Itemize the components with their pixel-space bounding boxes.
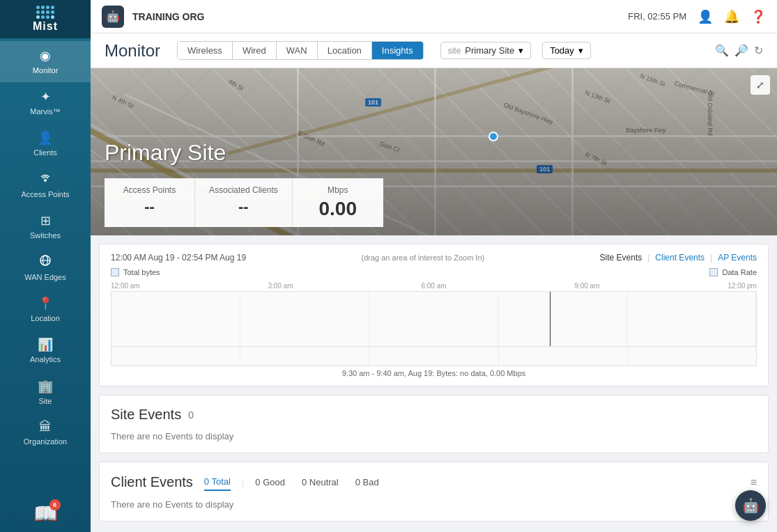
chart-grid[interactable] bbox=[111, 291, 757, 347]
bell-icon[interactable]: 🔔 bbox=[724, 9, 739, 24]
legend-box-left bbox=[111, 268, 119, 276]
sidebar-item-label: Site bbox=[39, 397, 52, 406]
refresh-icon[interactable]: ↻ bbox=[754, 44, 763, 57]
sidebar-item-marvis[interactable]: ✦ Marvis™ bbox=[0, 82, 91, 123]
fullscreen-button[interactable]: ⤢ bbox=[751, 75, 770, 95]
sidebar: Mist ◉ Monitor ✦ Marvis™ 👤 Clients Acces… bbox=[0, 0, 91, 532]
tab-wireless[interactable]: Wireless bbox=[178, 42, 233, 59]
clients-icon: 👤 bbox=[38, 130, 53, 146]
topbar-logo: 🤖 bbox=[102, 6, 124, 28]
sidebar-item-clients[interactable]: 👤 Clients bbox=[0, 123, 91, 164]
wan-icon bbox=[39, 254, 52, 270]
chart-time-range: 12:00 AM Aug 19 - 02:54 PM Aug 19 bbox=[111, 253, 246, 263]
stats-cards: Access Points -- Associated Clients -- M… bbox=[105, 178, 383, 227]
sidebar-item-label: Location bbox=[31, 314, 60, 323]
date-range-label: Today bbox=[550, 45, 574, 56]
sidebar-item-label: Monitor bbox=[33, 66, 59, 75]
chart-labels-top: 12:00 am 3:00 am 6:00 am 9:00 am 12:00 p… bbox=[111, 282, 757, 290]
chart-link-ap-events[interactable]: AP Events bbox=[718, 253, 757, 263]
client-events-empty: There are no Events to display bbox=[111, 499, 757, 510]
client-tab-neutral[interactable]: 0 Neutral bbox=[302, 477, 339, 487]
monitor-icon: ◉ bbox=[40, 48, 51, 63]
topbar-right: FRI, 02:55 PM 👤 🔔 ❓ bbox=[628, 9, 766, 24]
marvis-icon: ✦ bbox=[40, 89, 51, 104]
page-title: Monitor bbox=[105, 41, 160, 61]
client-tab-total[interactable]: 0 Total bbox=[204, 474, 231, 491]
site-label: site bbox=[448, 46, 461, 56]
site-selector[interactable]: site Primary Site ▾ bbox=[440, 42, 531, 59]
chat-icon: 🤖 bbox=[742, 497, 760, 514]
svg-point-0 bbox=[44, 179, 47, 182]
main-content: 🤖 TRAINING ORG FRI, 02:55 PM 👤 🔔 ❓ Monit… bbox=[91, 0, 777, 532]
tab-location[interactable]: Location bbox=[318, 42, 372, 59]
user-icon[interactable]: 👤 bbox=[698, 9, 713, 24]
client-events-title: Client Events bbox=[111, 474, 193, 490]
site-name: Primary Site bbox=[465, 45, 514, 56]
sidebar-item-label: Access Points bbox=[21, 190, 69, 199]
site-events-title: Site Events bbox=[111, 407, 181, 423]
tab-wan[interactable]: WAN bbox=[277, 42, 318, 59]
tab-group: Wireless Wired WAN Location Insights bbox=[177, 41, 424, 60]
page-body: 101 101 4th St Old Bayshore Hwy N 13th S… bbox=[91, 68, 777, 532]
site-events-header: Site Events 0 bbox=[111, 407, 757, 423]
sidebar-item-location[interactable]: 📍 Location bbox=[0, 289, 91, 330]
chart-links: Site Events | Client Events | AP Events bbox=[600, 253, 757, 263]
chart-link-site-events[interactable]: Site Events bbox=[600, 253, 643, 263]
sidebar-nav: ◉ Monitor ✦ Marvis™ 👤 Clients Access Poi… bbox=[0, 38, 91, 495]
site-events-count: 0 bbox=[188, 409, 194, 421]
help-icon[interactable]: ❓ bbox=[751, 9, 766, 24]
sidebar-item-label: Organization bbox=[24, 437, 67, 446]
stat-card-clients: Associated Clients -- bbox=[195, 178, 293, 227]
chart-legend-right: Data Rate bbox=[709, 268, 757, 276]
sidebar-item-wan-edges[interactable]: WAN Edges bbox=[0, 247, 91, 289]
sidebar-bottom: 📖 6 bbox=[26, 495, 65, 532]
tab-insights[interactable]: Insights bbox=[372, 42, 423, 59]
client-events-header: Client Events 0 Total | 0 Good 0 Neutral… bbox=[111, 474, 757, 491]
sidebar-item-analytics[interactable]: 📊 Analytics bbox=[0, 330, 91, 371]
filter-icon[interactable]: ≡ bbox=[751, 476, 757, 489]
time-label-3: 9:00 am bbox=[574, 282, 599, 290]
map-title: Primary Site bbox=[105, 140, 226, 166]
time-label-2: 6:00 am bbox=[421, 282, 446, 290]
chart-link-client-events[interactable]: Client Events bbox=[655, 253, 705, 263]
sidebar-item-access-points[interactable]: Access Points bbox=[0, 165, 91, 206]
tab-wired[interactable]: Wired bbox=[233, 42, 277, 59]
client-tab-bad[interactable]: 0 Bad bbox=[355, 477, 379, 487]
sidebar-item-label: Switches bbox=[30, 231, 61, 240]
legend-box-right bbox=[709, 268, 718, 276]
badge-count: 6 bbox=[49, 499, 61, 510]
notification-badge[interactable]: 📖 6 bbox=[33, 502, 58, 525]
sidebar-item-label: Marvis™ bbox=[30, 107, 60, 116]
sidebar-item-organization[interactable]: 🏛 Organization bbox=[0, 413, 91, 453]
time-label-0: 12:00 am bbox=[111, 282, 140, 290]
client-tab-good[interactable]: 0 Good bbox=[255, 477, 285, 487]
sidebar-item-label: Clients bbox=[33, 148, 57, 157]
location-icon: 📍 bbox=[38, 296, 53, 311]
sidebar-item-switches[interactable]: ⊞ Switches bbox=[0, 206, 91, 247]
chart-status-text: 9:30 am - 9:40 am, Aug 19: Bytes: no dat… bbox=[111, 369, 757, 377]
chat-widget[interactable]: 🤖 bbox=[735, 490, 766, 521]
time-label-1: 3:00 am bbox=[268, 282, 293, 290]
topbar: 🤖 TRAINING ORG FRI, 02:55 PM 👤 🔔 ❓ bbox=[91, 0, 777, 33]
stat-mbps-value: 0.00 bbox=[307, 198, 369, 220]
sidebar-item-label: Analytics bbox=[30, 355, 61, 364]
legend-left-label: Total bytes bbox=[123, 268, 160, 276]
chart-header: 12:00 AM Aug 19 - 02:54 PM Aug 19 (drag … bbox=[111, 253, 757, 263]
zoom-out-icon[interactable]: 🔍 bbox=[715, 44, 729, 57]
zoom-in-icon[interactable]: 🔎 bbox=[734, 44, 748, 57]
chart-legend-left: Total bytes bbox=[111, 268, 160, 276]
legend-right-label: Data Rate bbox=[722, 268, 757, 276]
sidebar-item-site[interactable]: 🏢 Site bbox=[0, 372, 91, 413]
site-icon: 🏢 bbox=[38, 379, 53, 394]
topbar-time: FRI, 02:55 PM bbox=[628, 11, 686, 22]
topbar-org-name: TRAINING ORG bbox=[132, 11, 620, 22]
sidebar-item-label: WAN Edges bbox=[24, 273, 66, 282]
sidebar-item-monitor[interactable]: ◉ Monitor bbox=[0, 41, 91, 82]
date-selector[interactable]: Today ▾ bbox=[542, 42, 591, 59]
stat-ap-label: Access Points bbox=[118, 185, 180, 195]
sidebar-logo: Mist bbox=[0, 0, 91, 38]
client-events-section: Client Events 0 Total | 0 Good 0 Neutral… bbox=[99, 462, 769, 522]
stat-card-ap: Access Points -- bbox=[105, 178, 195, 227]
page-header: Monitor Wireless Wired WAN Location Insi… bbox=[91, 33, 777, 68]
stat-clients-value: -- bbox=[209, 198, 278, 216]
